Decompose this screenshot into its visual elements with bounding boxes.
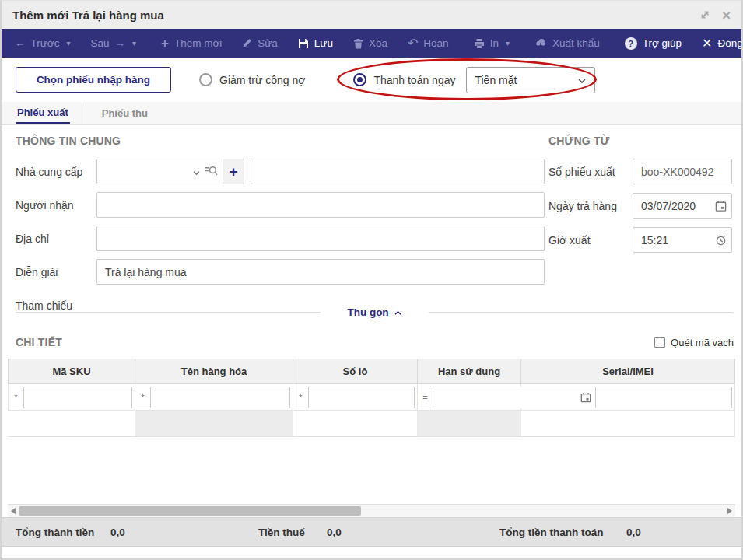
filter-expiry-input[interactable] <box>433 387 596 408</box>
filter-operator-icon[interactable]: * <box>9 393 23 402</box>
return-date-row: Ngày trả hàng <box>548 193 732 219</box>
close-icon: ✕ <box>702 37 712 50</box>
cell-lot[interactable] <box>293 411 418 437</box>
detail-header: CHI TIẾT Quét mã vạch <box>2 326 741 359</box>
undo-icon: ↶ <box>408 37 418 50</box>
voucher-no-input[interactable] <box>633 159 732 184</box>
plus-icon: + <box>161 36 169 51</box>
tab-bar: Phiếu xuất Phiếu thu <box>2 102 741 125</box>
cloud-download-icon <box>534 38 547 48</box>
cell-expiry <box>418 411 521 437</box>
dialog-close-icon[interactable]: × <box>722 8 731 23</box>
radio-circle-checked[interactable] <box>353 73 366 86</box>
form-area: THÔNG TIN CHUNG Nhà cung cấp <box>2 125 741 326</box>
supplier-row: Nhà cung cấp <box>16 159 545 184</box>
clock-icon[interactable] <box>715 234 727 246</box>
column-header-lot[interactable]: Số lô <box>293 359 418 384</box>
tab-receipt-slip[interactable]: Phiếu thu <box>86 102 149 124</box>
column-header-expiry[interactable]: Hạn sử dụng <box>418 359 521 384</box>
tax-value: 0,0 <box>327 527 342 538</box>
calendar-icon[interactable] <box>715 200 727 212</box>
bottom-spacer <box>2 547 741 558</box>
address-input[interactable] <box>96 226 545 251</box>
detail-grid: Mã SKU Tên hàng hóa Số lô Hạn sử dụng Se… <box>8 359 735 504</box>
chevron-down-icon <box>577 74 587 86</box>
scroll-thumb[interactable] <box>19 506 361 516</box>
filter-operator-icon[interactable]: * <box>293 393 308 402</box>
add-new-button[interactable]: + Thêm mới <box>151 29 232 58</box>
scroll-right-arrow-icon[interactable] <box>724 505 735 517</box>
total-amount-label: Tổng thành tiền <box>16 527 94 538</box>
grid-empty-data-row[interactable] <box>8 411 735 437</box>
export-time-row: Giờ xuất <box>548 227 732 253</box>
save-button[interactable]: Lưu <box>288 29 343 58</box>
supplier-label: Nhà cung cấp <box>16 166 96 178</box>
chevron-down-icon[interactable] <box>192 166 201 178</box>
total-payment-value: 0,0 <box>626 527 641 538</box>
description-row: Diễn giải <box>16 259 545 285</box>
total-payment-label: Tổng tiền thanh toán <box>499 527 603 538</box>
description-label: Diễn giải <box>16 266 96 278</box>
description-input[interactable] <box>96 259 545 285</box>
cell-sku[interactable] <box>8 411 135 437</box>
undo-button[interactable]: ↶ Hoãn <box>398 29 459 58</box>
close-button[interactable]: ✕ Đóng <box>692 29 743 58</box>
next-button[interactable]: Sau → ▾ <box>80 29 146 58</box>
filter-operator-icon[interactable]: * <box>135 393 150 402</box>
chevron-down-icon: ▾ <box>132 39 136 47</box>
calendar-icon[interactable] <box>580 392 591 403</box>
add-supplier-button[interactable]: + <box>223 159 244 184</box>
save-icon <box>298 38 309 49</box>
arrow-right-icon: → <box>114 37 125 49</box>
chevron-down-icon: ▾ <box>66 39 70 47</box>
cell-product-name <box>135 411 293 437</box>
edit-button[interactable]: Sửa <box>232 29 288 58</box>
column-header-sku[interactable]: Mã SKU <box>8 359 135 384</box>
checkbox-icon[interactable] <box>654 337 665 348</box>
supplier-name-input[interactable] <box>251 159 545 184</box>
barcode-scan-checkbox[interactable]: Quét mã vạch <box>654 337 734 348</box>
column-header-product-name[interactable]: Tên hàng hóa <box>135 359 293 384</box>
pencil-icon <box>242 38 252 48</box>
delete-button[interactable]: Xóa <box>343 29 398 58</box>
printer-icon <box>474 38 485 49</box>
address-label: Địa chỉ <box>16 233 96 245</box>
cell-serial[interactable] <box>521 411 735 437</box>
payment-method-select[interactable]: Tiền mặt <box>466 67 595 93</box>
document-section: CHỨNG TỪ Số phiếu xuất Ngày trả hàng <box>548 135 732 261</box>
supplier-code-input[interactable] <box>97 159 188 184</box>
filter-lot-input[interactable] <box>308 387 415 408</box>
radio-debt-reduction[interactable]: Giảm trừ công nợ <box>199 73 305 86</box>
filter-sku-input[interactable] <box>23 387 132 408</box>
receiver-input[interactable] <box>96 192 545 218</box>
detail-section-title: CHI TIẾT <box>16 336 62 348</box>
toolbar: ← Trước ▾ Sau → ▾ + Thêm mới Sửa <box>2 29 741 58</box>
filter-product-name-input[interactable] <box>150 387 290 408</box>
title-bar: Thêm mới Trả lại hàng mua × <box>2 1 741 29</box>
print-button[interactable]: In ▾ <box>464 29 520 58</box>
tab-export-slip[interactable]: Phiếu xuất <box>16 102 70 124</box>
expand-icon[interactable] <box>699 9 711 21</box>
question-icon: ? <box>625 37 637 50</box>
total-amount-value: 0,0 <box>110 527 125 538</box>
choose-receipt-button[interactable]: Chọn phiếu nhập hàng <box>16 67 171 93</box>
collapse-toggle[interactable]: Thu gọn <box>347 306 401 318</box>
totals-footer: Tổng thành tiền 0,0 Tiền thuế 0,0 Tổng t… <box>2 517 741 547</box>
search-icon[interactable] <box>205 165 218 179</box>
horizontal-scrollbar[interactable] <box>8 504 735 517</box>
divider-line <box>16 312 321 313</box>
filter-operator-icon[interactable]: = <box>418 393 433 402</box>
radio-pay-now[interactable]: Thanh toán ngay <box>353 73 455 86</box>
supplier-combo: + <box>96 159 244 184</box>
help-button[interactable]: ? Trợ giúp <box>615 29 692 58</box>
grid-empty-area <box>8 437 735 504</box>
arrow-left-icon: ← <box>15 37 26 49</box>
prev-button[interactable]: ← Trước ▾ <box>5 29 80 58</box>
column-header-serial[interactable]: Serial/IMEI <box>521 359 735 384</box>
receiver-row: Người nhận <box>16 192 545 218</box>
radio-circle[interactable] <box>199 73 212 86</box>
tax-label: Tiền thuế <box>258 527 305 538</box>
receiver-label: Người nhận <box>16 199 96 212</box>
scroll-left-arrow-icon[interactable] <box>8 505 19 517</box>
export-button[interactable]: Xuất khẩu <box>524 29 610 58</box>
